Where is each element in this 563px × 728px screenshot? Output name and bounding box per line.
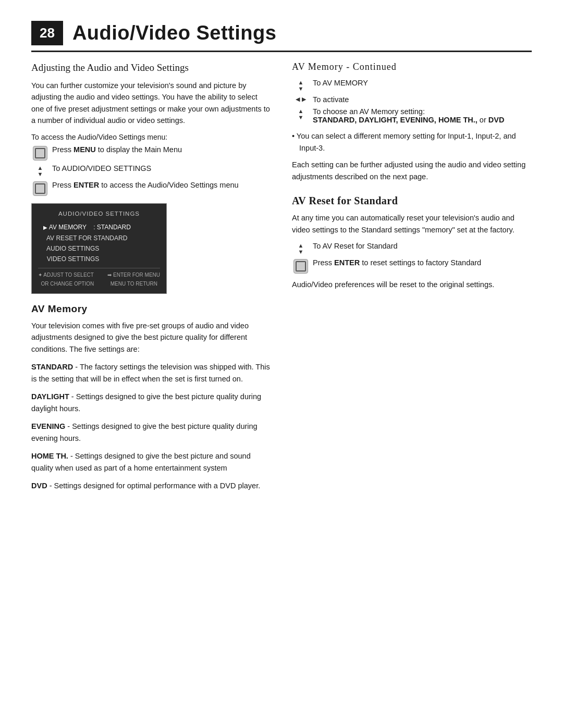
av-memory-bullet1: You can select a different memory settin… (292, 130, 532, 154)
menu-button-icon-wrap (31, 145, 52, 161)
instruction-choose-av-memory: ▲▼ To choose an AV Memory setting: STAND… (292, 107, 532, 124)
av-memory-evening: EVENING - Settings designed to give the … (31, 421, 271, 444)
av-memory-heading: AV Memory (31, 303, 271, 315)
enter-button-icon-wrap (31, 181, 52, 196)
instruction-enter-press: Press ENTER to access the Audio/Video Se… (31, 181, 271, 196)
to-av-memory-text: To AV MEMORY (313, 79, 532, 87)
access-label: To access the Audio/Video Settings menu: (31, 133, 271, 141)
page-title: Audio/Video Settings (72, 22, 276, 44)
content-area: Adjusting the Audio and Video Settings Y… (31, 61, 532, 498)
menu-button-icon (33, 146, 47, 161)
av-memory-hometh: HOME TH. - Settings designed to give the… (31, 450, 271, 474)
instruction-enter-reset: Press ENTER to reset settings to factory… (292, 258, 532, 274)
enter-button-icon (33, 181, 47, 196)
enter-reset-icon-wrap (292, 258, 313, 274)
left-column: Adjusting the Audio and Video Settings Y… (31, 61, 271, 498)
leftright-icon-wrap: ◀ ▶ (292, 95, 313, 102)
av-memory-continued-heading: AV Memory - Continued (292, 61, 532, 72)
section-adjusting: Adjusting the Audio and Video Settings Y… (31, 61, 271, 294)
section-adjusting-heading: Adjusting the Audio and Video Settings (31, 61, 271, 75)
instruction-updown-av-text: To AUDIO/VIDEO SETTINGS (52, 164, 271, 172)
menu-footer-left: ✦ ADJUST TO SELECT OR CHANGE OPTION (38, 270, 94, 288)
av-memory-further-body: Each setting can be further adjusted usi… (292, 159, 532, 182)
enter-reset-icon (293, 259, 308, 274)
to-av-reset-text: To AV Reset for Standard (313, 242, 532, 250)
section-adjusting-body: You can further customize your televisio… (31, 80, 271, 127)
section-av-memory-continued: AV Memory - Continued ▲▼ To AV MEMORY ◀ … (292, 61, 532, 182)
page-header: 28 Audio/Video Settings (31, 21, 532, 52)
av-memory-intro: Your television comes with five pre-set … (31, 320, 271, 355)
instruction-to-activate: ◀ ▶ To activate (292, 95, 532, 104)
right-column: AV Memory - Continued ▲▼ To AV MEMORY ◀ … (292, 61, 532, 498)
av-reset-body2: Audio/Video preferences will be reset to… (292, 279, 532, 290)
updown-arrow-icon: ▲▼ (38, 165, 43, 177)
menu-item-video-settings: VIDEO SETTINGS (38, 254, 160, 264)
updown-av-reset-icon: ▲▼ (298, 242, 304, 255)
enter-reset-text: Press ENTER to reset settings to factory… (313, 258, 532, 267)
page-number: 28 (31, 21, 63, 45)
updown-to-av-memory-icon: ▲▼ (298, 79, 304, 92)
menu-item-av-memory: AV MEMORY : STANDARD (38, 222, 160, 232)
menu-footer-right: ➡ ENTER FOR MENU MENU TO RETURN (107, 270, 160, 288)
section-av-reset: AV Reset for Standard At any time you ca… (292, 195, 532, 291)
av-memory-dvd: DVD - Settings designed for optimal perf… (31, 480, 271, 491)
section-av-memory: AV Memory Your television comes with fiv… (31, 303, 271, 492)
updown-icon-choose-wrap: ▲▼ (292, 107, 313, 120)
menu-footer: ✦ ADJUST TO SELECT OR CHANGE OPTION ➡ EN… (38, 268, 160, 288)
to-activate-text: To activate (313, 95, 532, 104)
instruction-to-av-reset: ▲▼ To AV Reset for Standard (292, 242, 532, 255)
av-reset-heading: AV Reset for Standard (292, 195, 532, 207)
menu-item-audio-settings: AUDIO SETTINGS (38, 243, 160, 254)
instruction-menu-text: Press MENU to display the Main Menu (52, 145, 271, 154)
av-memory-standard: STANDARD - The factory settings the tele… (31, 361, 271, 385)
leftright-arrow-icon: ◀ ▶ (296, 96, 305, 102)
instruction-enter-text: Press ENTER to access the Audio/Video Se… (52, 181, 271, 189)
av-reset-body: At any time you can automatically reset … (292, 212, 532, 236)
instruction-to-av-memory: ▲▼ To AV MEMORY (292, 79, 532, 92)
updown-icon-to-av-memory-wrap: ▲▼ (292, 79, 313, 92)
choose-av-memory-text: To choose an AV Memory setting: STANDARD… (313, 107, 532, 124)
menu-screenshot-title: AUDIO/VIDEO SETTINGS (38, 209, 160, 219)
av-memory-daylight: DAYLIGHT - Settings designed to give the… (31, 391, 271, 414)
updown-icon-wrap: ▲▼ (31, 164, 52, 177)
menu-screenshot: AUDIO/VIDEO SETTINGS AV MEMORY : STANDAR… (31, 203, 167, 294)
instruction-updown-av: ▲▼ To AUDIO/VIDEO SETTINGS (31, 164, 271, 177)
instruction-menu-press: Press MENU to display the Main Menu (31, 145, 271, 161)
updown-choose-icon: ▲▼ (298, 108, 304, 120)
menu-item-av-reset: AV RESET FOR STANDARD (38, 233, 160, 243)
updown-icon-av-reset-wrap: ▲▼ (292, 242, 313, 255)
